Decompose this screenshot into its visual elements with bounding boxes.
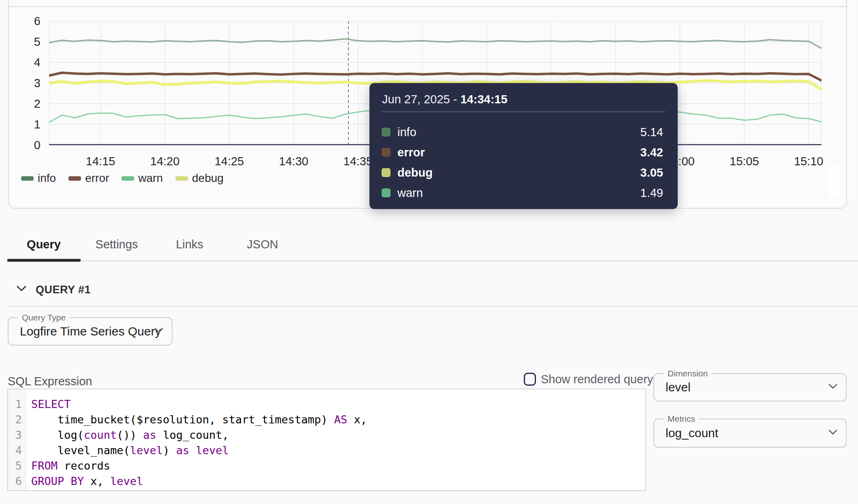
legend-item-warn[interactable]: warn — [122, 172, 163, 185]
legend-item-info[interactable]: info — [21, 172, 56, 185]
y-tick-label: 3 — [12, 77, 41, 90]
line-number: 4 — [8, 443, 22, 458]
tooltip-divider — [382, 111, 665, 112]
chevron-down-icon — [828, 383, 838, 391]
code-line: level_name(level) as level — [31, 443, 367, 458]
chart-tooltip: Jun 27, 2025 - 14:34:15 info5.14error3.4… — [369, 83, 678, 209]
tooltip-series-label: info — [397, 126, 416, 139]
tooltip-series-swatch — [382, 188, 391, 197]
show-rendered-query-checkbox[interactable] — [524, 373, 536, 386]
query-section-title: QUERY #1 — [36, 284, 91, 296]
tooltip-time: 14:34:15 — [460, 93, 507, 106]
tooltip-series-swatch — [382, 168, 391, 177]
tooltip-series-label: warn — [397, 186, 423, 200]
y-tick-label: 6 — [12, 15, 41, 28]
y-tick-label: 0 — [12, 139, 41, 152]
dimension-value: level — [666, 380, 691, 394]
tooltip-date: Jun 27, 2025 - — [382, 93, 460, 106]
code-line: log(count()) as log_count, — [31, 427, 367, 443]
legend-label: error — [85, 172, 109, 185]
tab-links[interactable]: Links — [153, 231, 226, 258]
metrics-label: Metrics — [664, 414, 699, 424]
chevron-down-icon — [828, 429, 838, 437]
legend-swatch — [122, 176, 134, 181]
tooltip-series-value: 3.42 — [640, 146, 663, 159]
tab-bar: QuerySettingsLinksJSON — [7, 231, 299, 258]
x-tick-label: 14:15 — [74, 155, 127, 168]
code-line: GROUP BY x, level — [31, 474, 367, 489]
tooltip-rows: info5.14error3.42debug3.05warn1.49 — [382, 122, 663, 203]
x-tick-label: 15:05 — [718, 155, 770, 168]
legend-swatch — [175, 176, 188, 181]
query-type-select[interactable]: Query Type Logfire Time Series Query — [8, 317, 173, 346]
legend-label: warn — [138, 172, 163, 185]
metrics-value: log_count — [666, 426, 718, 440]
x-tick-label: 14:25 — [203, 155, 256, 168]
panel-top-divider — [8, 6, 847, 7]
y-tick-label: 5 — [12, 35, 41, 48]
code-line: SELECT — [31, 397, 367, 412]
legend-item-debug[interactable]: debug — [175, 172, 224, 185]
tooltip-row-info: info5.14 — [382, 122, 663, 142]
chart-legend: infoerrorwarndebug — [21, 172, 224, 185]
tooltip-series-label: error — [397, 146, 425, 159]
tooltip-row-warn: warn1.49 — [382, 183, 663, 203]
tab-query[interactable]: Query — [7, 231, 80, 258]
x-tick-label: 15:10 — [782, 155, 835, 168]
line-number: 1 — [8, 397, 22, 412]
legend-item-error[interactable]: error — [68, 172, 109, 185]
y-tick-label: 4 — [12, 56, 41, 69]
legend-swatch — [68, 176, 81, 181]
y-tick-label: 2 — [12, 97, 41, 110]
code-line: time_bucket($resolution, start_timestamp… — [31, 412, 367, 427]
tooltip-row-error: error3.42 — [382, 142, 663, 162]
sql-code-editor[interactable]: 123456 SELECT time_bucket($resolution, s… — [7, 389, 646, 491]
query-type-value: Logfire Time Series Query — [20, 325, 161, 338]
sql-expression-label: SQL Expression — [8, 375, 92, 388]
scrollbar-thumb[interactable] — [828, 165, 839, 198]
tooltip-series-value: 1.49 — [640, 186, 663, 200]
chevron-down-icon — [154, 327, 164, 335]
line-number: 5 — [8, 458, 22, 474]
line-number: 3 — [8, 427, 22, 443]
tab-baseline — [7, 261, 858, 261]
legend-label: debug — [192, 172, 224, 185]
x-tick-label: 14:20 — [139, 155, 191, 168]
collapse-chevron-down-icon[interactable] — [16, 284, 27, 294]
tab-settings[interactable]: Settings — [80, 231, 153, 258]
y-tick-label: 1 — [12, 118, 41, 131]
line-number: 6 — [8, 474, 22, 489]
tab-json[interactable]: JSON — [226, 231, 299, 258]
active-tab-underline — [7, 259, 81, 262]
line-number: 2 — [8, 412, 22, 427]
tooltip-series-value: 3.05 — [640, 166, 663, 179]
line-number-gutter: 123456 — [8, 389, 26, 490]
tooltip-series-value: 5.14 — [640, 126, 663, 139]
legend-swatch — [21, 176, 34, 181]
tooltip-series-swatch — [382, 128, 391, 137]
tooltip-series-label: debug — [397, 166, 433, 179]
code-line: FROM records — [31, 458, 367, 474]
show-rendered-query-label: Show rendered query — [541, 373, 653, 386]
x-tick-label: 14:30 — [267, 155, 320, 168]
tooltip-row-debug: debug3.05 — [382, 162, 663, 183]
metrics-select[interactable]: Metrics log_count — [653, 419, 847, 448]
query-type-label: Query Type — [18, 313, 69, 322]
dimension-select[interactable]: Dimension level — [653, 373, 847, 401]
query-section-divider — [7, 306, 858, 307]
tooltip-timestamp: Jun 27, 2025 - 14:34:15 — [382, 93, 508, 106]
legend-label: info — [38, 172, 56, 185]
tooltip-series-swatch — [382, 148, 391, 157]
sql-code[interactable]: SELECT time_bucket($resolution, start_ti… — [26, 389, 367, 490]
dimension-label: Dimension — [664, 369, 711, 378]
show-rendered-query-toggle[interactable]: Show rendered query — [524, 373, 653, 386]
